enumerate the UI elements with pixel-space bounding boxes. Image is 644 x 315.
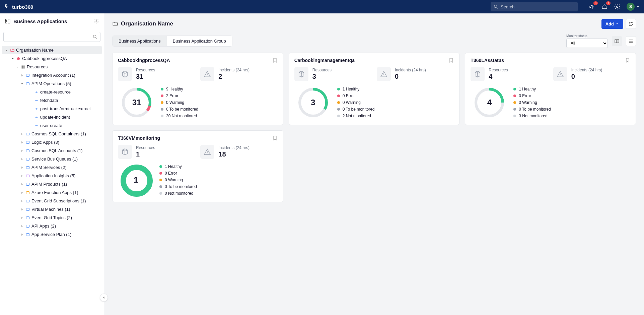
search-icon <box>493 4 499 9</box>
legend-row-healthy: 1 Healthy <box>337 87 375 91</box>
api-op-icon <box>34 90 39 94</box>
app-card: T360LAsstatus Resources 4 Incidents (24 … <box>465 53 636 125</box>
legend-dot-icon <box>159 192 162 195</box>
node-cosmos-sql-containers[interactable]: Cosmos SQL Containers (1) <box>2 130 102 138</box>
api-op-icon <box>34 98 39 103</box>
svg-rect-5 <box>8 19 10 23</box>
donut-center-value: 1 <box>121 165 151 195</box>
chevron-down-icon <box>636 5 640 9</box>
chevron-down-icon <box>5 48 9 52</box>
node-cosmos-sql-accounts[interactable]: Cosmos SQL Accounts (1) <box>2 146 102 155</box>
node-apim-products[interactable]: APIM Products (1) <box>2 180 102 188</box>
card-title[interactable]: T360LAsstatus <box>471 58 625 63</box>
layout-toggle-button[interactable] <box>612 36 622 46</box>
bookmark-icon[interactable] <box>625 58 630 63</box>
node-app-service-plan[interactable]: App Service Plan (1) <box>2 230 102 239</box>
monitor-status-select[interactable]: All <box>566 39 608 48</box>
node-apim-op[interactable]: user-create <box>2 121 102 130</box>
app-card: Carbookingmanagementqa Resources 3 Incid… <box>289 53 460 125</box>
chevron-right-icon <box>20 182 24 186</box>
node-azure-fn-apps[interactable]: Azure Function Apps (1) <box>2 188 102 197</box>
legend-dot-icon <box>161 94 163 97</box>
top-bar: turbo360 3 7 S <box>0 0 644 13</box>
resource-type-icon <box>25 165 30 170</box>
sidebar-gear-icon[interactable] <box>94 18 99 24</box>
node-event-grid-topics[interactable]: Event Grid Topics (2) <box>2 213 102 222</box>
user-menu[interactable]: S <box>627 3 640 11</box>
resource-type-icon <box>25 182 30 187</box>
add-button[interactable]: Add <box>601 19 623 29</box>
warning-icon <box>200 145 214 159</box>
settings-button[interactable] <box>614 3 621 10</box>
node-logic-apps[interactable]: Logic Apps (3) <box>2 138 102 146</box>
node-integration-account[interactable]: Integration Account (1) <box>2 71 102 79</box>
bookmark-icon[interactable] <box>272 135 278 141</box>
sidebar-collapse-button[interactable] <box>100 294 108 302</box>
notifications-button[interactable]: 7 <box>601 3 608 10</box>
node-apim-op[interactable]: update-incident <box>2 113 102 121</box>
bookmark-icon[interactable] <box>272 58 278 63</box>
legend-dot-icon <box>513 115 516 117</box>
legend: 1 Healthy 0 Error 0 Warning 0 To be moni… <box>513 87 551 118</box>
list-view-button[interactable] <box>626 36 636 46</box>
donut-center-value: 4 <box>473 86 505 119</box>
node-service-bus-queues[interactable]: Service Bus Queues (1) <box>2 155 102 163</box>
refresh-button[interactable] <box>626 19 636 29</box>
node-api-apps[interactable]: API Apps (2) <box>2 222 102 230</box>
svg-rect-28 <box>615 40 617 43</box>
chevron-right-icon <box>20 174 24 178</box>
resource-type-icon <box>25 174 30 178</box>
page-header: Organisation Name Add <box>112 19 636 29</box>
legend: 1 Healthy 0 Error 0 Warning 0 To be moni… <box>337 87 375 118</box>
tab-business-app-group[interactable]: Business Application Group <box>167 36 232 46</box>
legend-row-warning: 0 Warning <box>161 100 198 105</box>
node-app-insights[interactable]: Application Insights (5) <box>2 172 102 180</box>
avatar-circle: S <box>627 3 635 11</box>
toolbar: Business Applications Business Applicati… <box>112 34 636 48</box>
legend: 1 Healthy 0 Error 0 Warning 0 To be moni… <box>159 164 197 196</box>
legend-row-warning: 0 Warning <box>337 100 375 105</box>
legend-dot-icon <box>161 108 163 111</box>
svg-rect-21 <box>26 183 29 185</box>
app-node[interactable]: CabbookingprocessQA <box>2 54 102 63</box>
folder-icon <box>10 48 15 53</box>
cube-icon <box>118 145 132 159</box>
node-apim-op[interactable]: fetchdata <box>2 96 102 105</box>
node-apim-op[interactable]: create-resource <box>2 88 102 96</box>
node-virtual-machines[interactable]: Virtual Machines (1) <box>2 205 102 213</box>
legend-row-notmon: 0 Not monitored <box>159 191 197 196</box>
node-apim-operations[interactable]: APIM Operations (5) <box>2 79 102 88</box>
resource-type-icon <box>25 73 30 78</box>
chevron-right-icon <box>20 149 24 153</box>
svg-rect-18 <box>26 158 29 160</box>
tab-business-apps[interactable]: Business Applications <box>113 36 167 46</box>
node-apim-services[interactable]: APIM Services (2) <box>2 163 102 172</box>
card-title[interactable]: CabbookingprocessQA <box>118 58 272 63</box>
resource-type-icon <box>25 148 30 153</box>
chevron-down-icon <box>15 65 19 69</box>
sidebar-search-input[interactable] <box>3 32 100 42</box>
api-op-icon <box>34 123 39 128</box>
search-input[interactable] <box>491 2 578 11</box>
resource-type-icon <box>25 132 30 136</box>
svg-point-2 <box>617 6 618 8</box>
resources-node[interactable]: Resources <box>2 63 102 71</box>
folder-icon <box>112 21 118 27</box>
svg-rect-23 <box>26 200 29 202</box>
card-title[interactable]: T360VMmonitoring <box>118 135 272 141</box>
sidebar-search <box>3 32 100 42</box>
svg-rect-12 <box>23 67 25 69</box>
svg-rect-24 <box>26 208 29 210</box>
svg-rect-19 <box>26 166 29 169</box>
status-dot-icon <box>16 56 21 61</box>
node-event-grid-subs[interactable]: Event Grid Subscriptions (1) <box>2 197 102 205</box>
chevron-right-icon <box>20 140 24 144</box>
announcements-button[interactable]: 3 <box>588 3 595 10</box>
org-node[interactable]: Organisation Name <box>2 46 102 54</box>
sidebar: Business Applications Organisation Name … <box>0 13 104 315</box>
node-apim-op[interactable]: post-transformtruckextract <box>2 105 102 113</box>
bookmark-icon[interactable] <box>448 58 454 63</box>
card-title[interactable]: Carbookingmanagementqa <box>294 58 449 63</box>
page-title: Organisation Name <box>121 20 173 27</box>
donut-chart: 3 <box>297 86 329 119</box>
